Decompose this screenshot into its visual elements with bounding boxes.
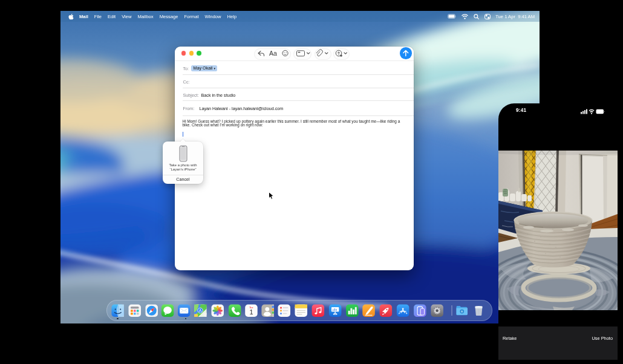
svg-text:A: A xyxy=(199,308,202,313)
svg-text:1: 1 xyxy=(249,308,253,316)
svg-text:Aa: Aa xyxy=(269,50,277,57)
